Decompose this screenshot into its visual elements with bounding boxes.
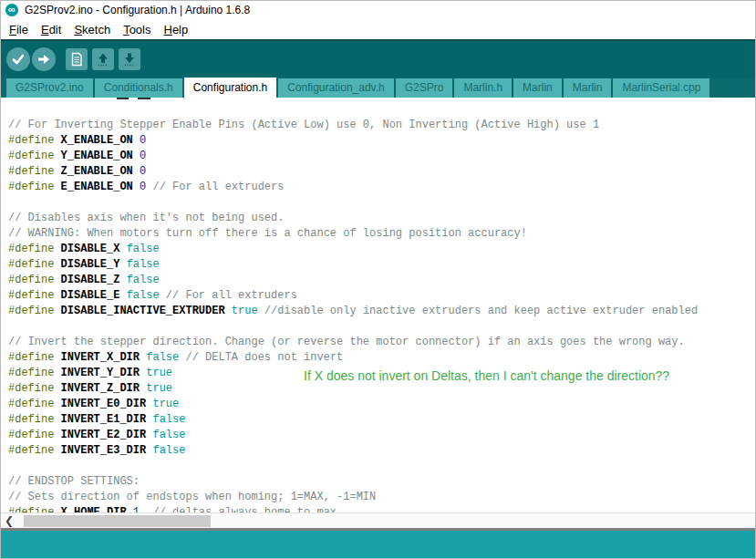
code-line: #define INVERT_Z_DIR true	[8, 381, 698, 397]
window-title: G2SProv2.ino - Configuration.h | Arduino…	[25, 4, 250, 16]
code-line: #define INVERT_E2_DIR false	[8, 428, 698, 443]
save-button[interactable]	[119, 48, 140, 70]
menu-edit[interactable]: Edit	[35, 21, 67, 38]
arduino-ide-window: ∞ G2SProv2.ino - Configuration.h | Ardui…	[0, 0, 756, 559]
code-line: #define X_HOME_DIR 1 // deltas always ho…	[8, 505, 698, 512]
user-annotation-note: If X does not invert on Deltas, then I c…	[304, 368, 669, 383]
status-bar	[1, 531, 755, 559]
code-editor[interactable]: // For Inverting Stepper Enable Pins (Ac…	[1, 98, 755, 512]
code-line: // Sets direction of endstops when homin…	[8, 490, 698, 505]
horizontal-scrollbar-thumb[interactable]	[24, 515, 211, 527]
menu-help[interactable]: Help	[157, 21, 194, 38]
code-line: // ENDSTOP SETTINGS:	[8, 474, 698, 490]
menu-sketch[interactable]: Sketch	[67, 21, 117, 38]
code-line: // WARNING: When motors turn off there i…	[8, 226, 698, 242]
code-line: #define DISABLE_X false	[8, 242, 698, 257]
code-line: // Disables axis when it's not being use…	[8, 211, 698, 226]
code-text: // For Inverting Stepper Enable Pins (Ac…	[8, 118, 698, 512]
code-line	[8, 195, 698, 211]
code-line: #define DISABLE_E false // For all extru…	[8, 288, 698, 304]
tab-marlin-6[interactable]: Marlin	[513, 78, 562, 98]
scroll-left-arrow-icon[interactable]: ❮	[5, 513, 14, 528]
tab-configuration-adv-h-3[interactable]: Configuration_adv.h	[278, 78, 394, 98]
code-line	[8, 319, 698, 335]
code-line: #define DISABLE_INACTIVE_EXTRUDER true /…	[8, 304, 698, 319]
menu-file[interactable]: File	[3, 21, 35, 38]
arduino-logo-icon: ∞	[5, 4, 18, 16]
title-bar: ∞ G2SProv2.ino - Configuration.h | Ardui…	[1, 1, 755, 19]
code-line: #define Y_ENABLE_ON 0	[8, 149, 698, 164]
code-line: #define INVERT_E1_DIR false	[8, 412, 698, 428]
upload-button[interactable]	[32, 47, 56, 71]
menu-tools[interactable]: Tools	[117, 21, 157, 38]
file-tab-bar: G2SProv2.inoConditionals.hConfiguration.…	[1, 78, 755, 98]
code-line: // For Inverting Stepper Enable Pins (Ac…	[8, 118, 698, 133]
code-line: #define X_ENABLE_ON 0	[8, 133, 698, 149]
check-icon	[10, 51, 26, 67]
tab-g2spro-4[interactable]: G2SPro	[396, 78, 453, 98]
code-line: #define DISABLE_Y false	[8, 257, 698, 273]
tab-g2sprov2-ino-0[interactable]: G2SProv2.ino	[6, 78, 93, 98]
arrow-up-icon	[95, 51, 111, 67]
verify-button[interactable]	[6, 47, 30, 71]
arrow-right-icon	[36, 51, 52, 67]
toolbar	[1, 39, 755, 78]
code-line	[8, 459, 698, 474]
code-line: #define INVERT_X_DIR false // DELTA does…	[8, 350, 698, 366]
tab-marlin-7[interactable]: Marlin	[564, 78, 612, 98]
clipped-line-fragment	[117, 98, 129, 99]
new-sketch-button[interactable]	[66, 48, 88, 70]
code-line: // Invert the stepper direction. Change …	[8, 335, 698, 350]
arrow-down-icon	[121, 51, 138, 67]
open-button[interactable]	[92, 48, 114, 70]
code-line: #define INVERT_E3_DIR false	[8, 443, 698, 459]
tab-marlinserial-cpp-8[interactable]: MarlinSerial.cpp	[613, 78, 709, 98]
code-line: #define Z_ENABLE_ON 0	[8, 164, 698, 180]
code-line: #define E_ENABLE_ON 0 // For all extrude…	[8, 180, 698, 195]
clipped-line-fragment	[138, 98, 150, 99]
code-line: #define INVERT_E0_DIR true	[8, 397, 698, 412]
tab-marlin-h-5[interactable]: Marlin.h	[454, 78, 512, 98]
document-icon	[68, 51, 85, 67]
code-line: #define DISABLE_Z false	[8, 273, 698, 288]
tab-conditionals-h-1[interactable]: Conditionals.h	[95, 78, 182, 98]
tab-configuration-h-2[interactable]: Configuration.h	[184, 78, 276, 98]
menu-bar: FileEditSketchToolsHelp	[1, 19, 755, 39]
horizontal-scrollbar[interactable]: ❮	[1, 512, 755, 528]
